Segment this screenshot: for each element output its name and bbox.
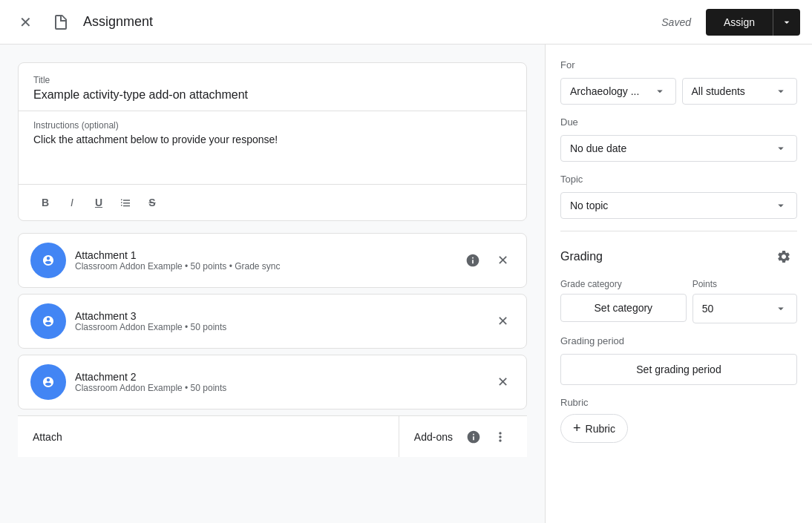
rubric-section: Rubric + Rubric: [560, 397, 797, 443]
list-button[interactable]: [114, 191, 137, 214]
grading-period-label: Grading period: [560, 335, 797, 346]
attachment-info-3: Attachment 2 Classroom Addon Example • 5…: [75, 371, 482, 393]
attachment-item: Attachment 3 Classroom Addon Example • 5…: [18, 294, 527, 349]
grade-category-column: Grade category Set category: [560, 279, 687, 323]
topic-dropdown[interactable]: No topic: [560, 192, 797, 219]
for-dropdowns: Archaeology ... All students: [560, 78, 797, 105]
points-value: 50: [702, 303, 714, 315]
attachment-info-button-1[interactable]: [461, 249, 485, 272]
bold-button[interactable]: B: [33, 191, 57, 214]
assignment-card: Title Example activity-type add-on attac…: [18, 62, 527, 221]
grading-header: Grading: [560, 243, 797, 270]
points-label: Points: [693, 279, 797, 289]
attachment-name-1: Attachment 1: [75, 249, 452, 261]
attachment-remove-button-3[interactable]: ✕: [491, 370, 514, 394]
students-dropdown[interactable]: All students: [682, 78, 798, 105]
attachment-name-2: Attachment 3: [75, 310, 482, 322]
points-dropdown[interactable]: 50: [693, 294, 797, 323]
title-value[interactable]: Example activity-type add-on attachment: [33, 88, 511, 102]
strikethrough-button[interactable]: S: [140, 191, 164, 214]
for-label: For: [560, 59, 797, 70]
saved-status: Saved: [661, 16, 691, 28]
assign-button-group: Assign: [706, 9, 800, 36]
set-grading-period-button[interactable]: Set grading period: [560, 354, 797, 385]
addons-info-icon[interactable]: [462, 425, 485, 449]
title-section: Title Example activity-type add-on attac…: [19, 63, 526, 111]
attachment-meta-2: Classroom Addon Example • 50 points: [75, 322, 482, 332]
page-title: Assignment: [83, 14, 652, 30]
italic-button[interactable]: I: [60, 191, 84, 214]
due-dropdown[interactable]: No due date: [560, 135, 797, 162]
topbar: ✕ Assignment Saved Assign: [0, 0, 812, 45]
attachment-actions-2: ✕: [491, 309, 514, 333]
attach-button[interactable]: Attach: [18, 416, 399, 457]
instructions-value[interactable]: Click the attachment below to provide yo…: [33, 134, 511, 178]
plus-icon: +: [573, 421, 581, 436]
add-rubric-label: Rubric: [586, 423, 615, 435]
bottom-toolbar: Attach Add-ons: [18, 415, 527, 457]
attachment-name-3: Attachment 2: [75, 371, 482, 383]
grade-points-column: Points 50: [693, 279, 797, 323]
addons-label: Add-ons: [414, 431, 453, 443]
addons-icons: [462, 425, 512, 449]
attachment-info-2: Attachment 3 Classroom Addon Example • 5…: [75, 310, 482, 332]
topic-label: Topic: [560, 174, 797, 185]
topic-dropdown-value: No topic: [570, 200, 608, 211]
due-label: Due: [560, 116, 797, 128]
attachment-actions-3: ✕: [491, 370, 514, 394]
grading-period-section: Grading period Set grading period: [560, 335, 797, 385]
right-panel: For Archaeology ... All students Due No …: [545, 45, 812, 523]
close-icon[interactable]: ✕: [12, 9, 39, 36]
attachment-meta-3: Classroom Addon Example • 50 points: [75, 383, 482, 393]
add-rubric-button[interactable]: + Rubric: [560, 414, 628, 443]
students-dropdown-value: All students: [692, 85, 745, 97]
grading-settings-button[interactable]: [770, 243, 797, 270]
attachment-icon-2: [30, 303, 66, 339]
instructions-section: Instructions (optional) Click the attach…: [19, 111, 526, 185]
attachment-remove-button-2[interactable]: ✕: [491, 309, 514, 333]
class-dropdown-value: Archaeology ...: [570, 85, 639, 97]
attachment-icon-3: [30, 364, 66, 400]
attachment-icon-1: [30, 243, 66, 278]
attachments-list: Attachment 1 Classroom Addon Example • 5…: [18, 233, 527, 409]
set-category-button[interactable]: Set category: [560, 294, 687, 322]
assign-button[interactable]: Assign: [706, 9, 773, 36]
due-dropdown-value: No due date: [570, 142, 626, 154]
assign-dropdown-button[interactable]: [773, 9, 800, 36]
divider: [560, 231, 797, 231]
attachment-info-1: Attachment 1 Classroom Addon Example • 5…: [75, 249, 452, 272]
main-layout: Title Example activity-type add-on attac…: [0, 45, 812, 523]
rubric-label: Rubric: [560, 397, 797, 408]
grade-columns: Grade category Set category Points 50: [560, 279, 797, 323]
attachment-actions-1: ✕: [461, 249, 514, 272]
formatting-bar: B I U S: [19, 185, 526, 220]
grade-category-label: Grade category: [560, 279, 687, 289]
class-dropdown[interactable]: Archaeology ...: [560, 78, 676, 105]
document-icon: [48, 9, 74, 36]
left-panel: Title Example activity-type add-on attac…: [0, 45, 545, 523]
underline-button[interactable]: U: [87, 191, 111, 214]
attachment-item: Attachment 2 Classroom Addon Example • 5…: [18, 355, 527, 409]
attachment-remove-button-1[interactable]: ✕: [491, 249, 514, 272]
attachment-meta-1: Classroom Addon Example • 50 points • Gr…: [75, 261, 452, 272]
instructions-label: Instructions (optional): [33, 120, 511, 131]
attachment-item: Attachment 1 Classroom Addon Example • 5…: [18, 233, 527, 288]
title-label: Title: [33, 75, 511, 85]
grading-title: Grading: [560, 250, 603, 263]
addons-more-icon[interactable]: [488, 425, 512, 449]
addons-section[interactable]: Add-ons: [399, 416, 527, 457]
